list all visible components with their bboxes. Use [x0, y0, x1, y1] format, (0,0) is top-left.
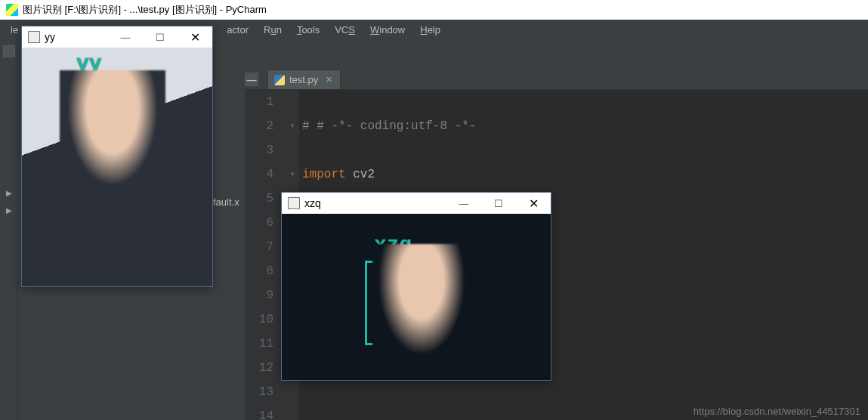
opencv-window-xzq[interactable]: xzq — ☐ ✕ xzq	[281, 192, 551, 381]
editor-tab-testpy[interactable]: test.py ✕	[267, 69, 341, 89]
menu-refactor[interactable]: actor	[221, 22, 255, 38]
menu-window[interactable]: Window	[364, 22, 411, 38]
menu-tools[interactable]: Tools	[291, 22, 326, 38]
pycharm-icon	[6, 4, 18, 16]
face-bounding-box	[365, 261, 442, 345]
window-title-text: yy	[45, 31, 108, 43]
window-title: 图片识别 [F:\图片识别] - ...\test.py [图片识别] - Py…	[23, 3, 267, 17]
fold-icon[interactable]: ▾	[286, 114, 299, 138]
maximize-button[interactable]: ☐	[481, 198, 516, 209]
menu-help[interactable]: Help	[414, 22, 446, 38]
window-title-text: xzq	[304, 197, 446, 209]
menu-vcs[interactable]: VCS	[329, 22, 361, 38]
tree-node-partial[interactable]: fault.x	[212, 196, 241, 208]
editor-tabbar: — test.py ✕	[245, 69, 868, 90]
detection-label: xzq	[374, 233, 412, 257]
menu-run[interactable]: Run	[258, 22, 288, 38]
line-gutter: 1234567 891011121314	[245, 90, 286, 420]
expand-icon[interactable]: ▶	[6, 206, 12, 215]
collapse-sidebar-button[interactable]: —	[245, 73, 258, 86]
detection-label: yy	[76, 52, 102, 76]
code-line: # # -*- coding:utf-8 -*-	[302, 119, 476, 133]
image-canvas: yy	[22, 48, 212, 286]
tool-window-strip: ▶ ▶	[0, 39, 18, 420]
maximize-button[interactable]: ☐	[143, 32, 178, 43]
minimize-button[interactable]: —	[108, 32, 143, 43]
face-bounding-box	[66, 78, 143, 167]
python-file-icon	[274, 75, 285, 85]
file-icon[interactable]	[3, 45, 15, 57]
close-button[interactable]: ✕	[178, 30, 212, 45]
pycharm-titlebar: 图片识别 [F:\图片识别] - ...\test.py [图片识别] - Py…	[0, 0, 868, 20]
window-icon	[288, 197, 300, 209]
fold-icon[interactable]: ▾	[286, 162, 299, 187]
window-titlebar[interactable]: yy — ☐ ✕	[22, 26, 212, 48]
tab-filename: test.py	[289, 74, 318, 85]
image-canvas: xzq	[282, 214, 551, 380]
window-icon	[28, 31, 40, 43]
window-titlebar[interactable]: xzq — ☐ ✕	[282, 193, 551, 214]
watermark-text: https://blog.csdn.net/weixin_44517301	[693, 406, 860, 417]
opencv-window-yy[interactable]: yy — ☐ ✕ yy	[21, 26, 213, 287]
close-tab-icon[interactable]: ✕	[326, 75, 332, 85]
expand-icon[interactable]: ▶	[6, 189, 12, 197]
close-button[interactable]: ✕	[516, 196, 551, 211]
minimize-button[interactable]: —	[446, 198, 481, 209]
